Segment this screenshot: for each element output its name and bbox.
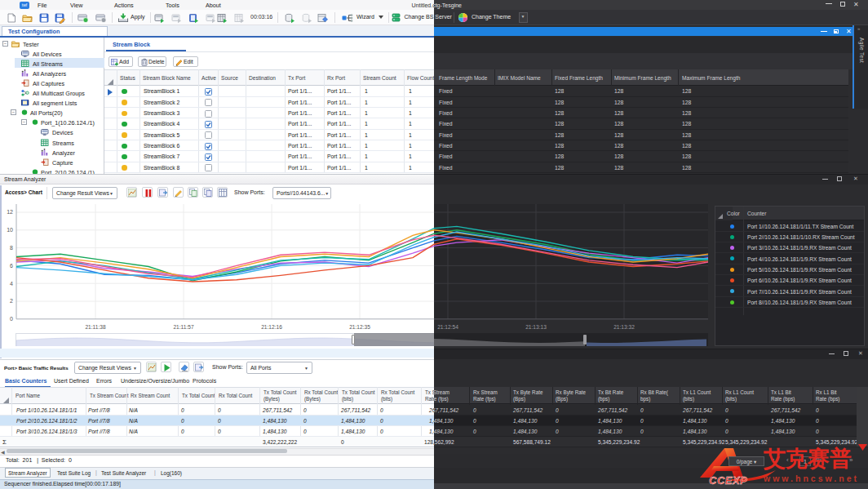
svg-text:www.hncsw.net: www.hncsw.net: [763, 473, 859, 483]
svg-text:CCEXP: CCEXP: [709, 474, 747, 487]
svg-text:2: 2: [10, 298, 13, 304]
svg-text:21:13:13: 21:13:13: [525, 324, 547, 330]
svg-text:21:12:35: 21:12:35: [349, 324, 370, 330]
svg-text:21:13:32: 21:13:32: [613, 324, 635, 330]
svg-text:10: 10: [7, 227, 13, 233]
svg-text:0: 0: [10, 316, 13, 322]
svg-text:21:11:57: 21:11:57: [173, 324, 194, 330]
svg-text:21:12:54: 21:12:54: [437, 324, 458, 330]
svg-text:6: 6: [10, 263, 13, 269]
svg-text:8: 8: [10, 245, 13, 251]
svg-text:21:12:16: 21:12:16: [261, 324, 282, 330]
svg-text:4: 4: [10, 281, 13, 287]
svg-text:12: 12: [7, 209, 13, 215]
svg-text:21:11:38: 21:11:38: [85, 324, 106, 330]
svg-text:艾克赛普: 艾克赛普: [763, 447, 852, 471]
